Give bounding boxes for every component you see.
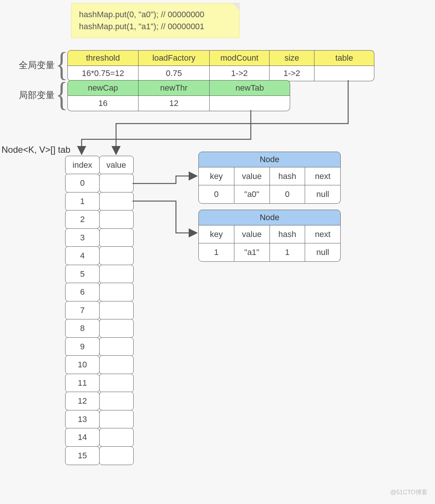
- n1-val-key: 1: [198, 243, 234, 262]
- tab-index-4: 4: [65, 246, 100, 265]
- local-vars-table: newCap 16 newThr 12 newTab: [67, 80, 290, 111]
- n1-val-hash: 1: [270, 243, 305, 262]
- n1-hdr-hash: hash: [270, 225, 305, 244]
- code-note: hashMap.put(0, "a0"); // 00000000 hashMa…: [71, 3, 240, 38]
- tab-value-9: [99, 337, 134, 356]
- tab-value-6: [99, 283, 134, 301]
- tab-index-9: 9: [65, 337, 100, 356]
- gv-hdr-modcount: modCount: [210, 50, 270, 66]
- n0-val-next: null: [305, 185, 341, 204]
- lv-val-newthr: 12: [139, 96, 210, 111]
- n1-hdr-next: next: [305, 225, 341, 244]
- tab-index-10: 10: [65, 355, 100, 374]
- gv-val-threshold: 16*0.75=12: [67, 66, 139, 81]
- lv-hdr-newtab: newTab: [210, 80, 290, 96]
- node-box-1: Node key value hash next 1 "a1" 1 null: [198, 210, 341, 262]
- tab-hdr-value: value: [99, 156, 134, 174]
- tab-index-1: 1: [65, 192, 100, 211]
- tab-index-0: 0: [65, 174, 100, 192]
- node-title-1: Node: [198, 210, 341, 225]
- n0-hdr-next: next: [305, 167, 341, 186]
- brace-local: {: [55, 75, 68, 114]
- tab-hdr-index: index: [65, 156, 100, 174]
- tab-value-0: [99, 174, 134, 192]
- tab-index-3: 3: [65, 228, 100, 247]
- tab-index-13: 13: [65, 410, 100, 429]
- tab-value-2: [99, 210, 134, 229]
- tab-index-8: 8: [65, 319, 100, 338]
- global-vars-table: threshold 16*0.75=12 loadFactory 0.75 mo…: [67, 50, 374, 81]
- tab-index-6: 6: [65, 283, 100, 301]
- tab-value-14: [99, 428, 134, 447]
- n0-val-hash: 0: [270, 185, 305, 204]
- n0-val-key: 0: [198, 185, 234, 204]
- tab-index-14: 14: [65, 428, 100, 447]
- tab-array: indexvalue0123456789101112131415: [65, 156, 134, 465]
- tab-value-4: [99, 246, 134, 265]
- global-vars-label: 全局变量: [19, 59, 55, 71]
- watermark: @51CTO博客: [390, 489, 428, 497]
- gv-val-modcount: 1->2: [210, 66, 270, 81]
- lv-val-newcap: 16: [67, 96, 139, 111]
- gv-val-size: 1->2: [270, 66, 314, 81]
- tab-index-15: 15: [65, 446, 100, 465]
- tab-value-3: [99, 228, 134, 247]
- tab-array-label: Node<K, V>[] tab: [1, 145, 70, 155]
- tab-index-12: 12: [65, 392, 100, 410]
- n0-hdr-hash: hash: [270, 167, 305, 186]
- tab-value-5: [99, 265, 134, 283]
- tab-value-10: [99, 355, 134, 374]
- gv-hdr-loadfactory: loadFactory: [139, 50, 210, 66]
- gv-val-loadfactory: 0.75: [139, 66, 210, 81]
- gv-hdr-size: size: [270, 50, 314, 66]
- n1-val-value: "a1": [234, 243, 270, 262]
- n1-hdr-key: key: [198, 225, 234, 244]
- gv-hdr-threshold: threshold: [67, 50, 139, 66]
- tab-index-11: 11: [65, 374, 100, 392]
- tab-value-8: [99, 319, 134, 338]
- n0-hdr-value: value: [234, 167, 270, 186]
- lv-val-newtab: [210, 96, 290, 111]
- tab-value-1: [99, 192, 134, 211]
- tab-index-7: 7: [65, 301, 100, 320]
- tab-value-11: [99, 374, 134, 392]
- n0-hdr-key: key: [198, 167, 234, 186]
- node-title-0: Node: [198, 152, 341, 167]
- n0-val-value: "a0": [234, 185, 270, 204]
- n1-val-next: null: [305, 243, 341, 262]
- gv-hdr-table: table: [314, 50, 374, 66]
- node-box-0: Node key value hash next 0 "a0" 0 null: [198, 152, 341, 204]
- note-line-2: hashMap.put(1, "a1"); // 00000001: [79, 21, 232, 33]
- tab-value-12: [99, 392, 134, 410]
- gv-val-table: [314, 66, 374, 81]
- tab-value-15: [99, 446, 134, 465]
- tab-value-7: [99, 301, 134, 320]
- tab-index-5: 5: [65, 265, 100, 283]
- n1-hdr-value: value: [234, 225, 270, 244]
- lv-hdr-newcap: newCap: [67, 80, 139, 96]
- lv-hdr-newthr: newThr: [139, 80, 210, 96]
- tab-value-13: [99, 410, 134, 429]
- tab-index-2: 2: [65, 210, 100, 229]
- note-line-1: hashMap.put(0, "a0"); // 00000000: [79, 9, 232, 21]
- local-vars-label: 局部变量: [19, 89, 55, 101]
